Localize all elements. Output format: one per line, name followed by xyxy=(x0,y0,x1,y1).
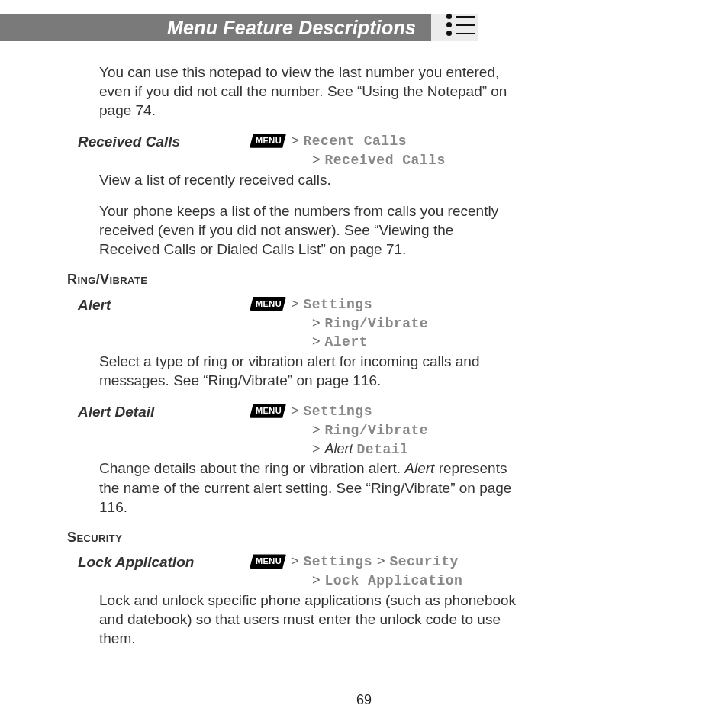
section-heading-ring-vibrate: Ring/Vibrate xyxy=(67,271,517,289)
feature-description: Your phone keeps a list of the numbers f… xyxy=(99,201,517,259)
page-number: 69 xyxy=(0,692,728,708)
menu-path: MENU>Settings >Ring/Vibrate >Alert Detai… xyxy=(250,402,517,459)
feature-description: Select a type of ring or vibration alert… xyxy=(99,352,517,390)
feature-name: Lock Application xyxy=(67,552,250,572)
menu-path: MENU>Settings>Security >Lock Application xyxy=(250,552,517,591)
menu-key-icon: MENU xyxy=(250,134,286,148)
feature-lock-application: Lock Application MENU>Settings>Security … xyxy=(67,552,517,648)
feature-name: Received Calls xyxy=(67,132,250,151)
menu-key-icon: MENU xyxy=(250,297,286,311)
menu-key-icon: MENU xyxy=(250,404,286,418)
feature-name: Alert Detail xyxy=(67,402,250,421)
feature-alert: Alert MENU>Settings >Ring/Vibrate >Alert… xyxy=(67,295,517,390)
feature-alert-detail: Alert Detail MENU>Settings >Ring/Vibrate… xyxy=(67,402,517,516)
menu-key-icon: MENU xyxy=(250,554,286,569)
feature-description: View a list of recently received calls. xyxy=(99,170,517,189)
feature-description: Change details about the ring or vibrati… xyxy=(99,459,517,516)
feature-name: Alert xyxy=(67,295,250,314)
feature-received-calls: Received Calls MENU>Recent Calls >Receiv… xyxy=(67,132,517,259)
menu-list-icon xyxy=(446,11,475,40)
page-title: Menu Feature Descriptions xyxy=(167,17,416,39)
section-heading-security: Security xyxy=(67,529,517,547)
feature-description: Lock and unlock specific phone applicati… xyxy=(99,591,517,648)
intro-paragraph: You can use this notepad to view the las… xyxy=(99,63,517,120)
menu-path: MENU>Recent Calls >Received Calls xyxy=(250,132,517,170)
page-header: Menu Feature Descriptions xyxy=(0,14,431,41)
menu-path: MENU>Settings >Ring/Vibrate >Alert xyxy=(250,295,517,352)
page-content: You can use this notepad to view the las… xyxy=(67,63,517,660)
